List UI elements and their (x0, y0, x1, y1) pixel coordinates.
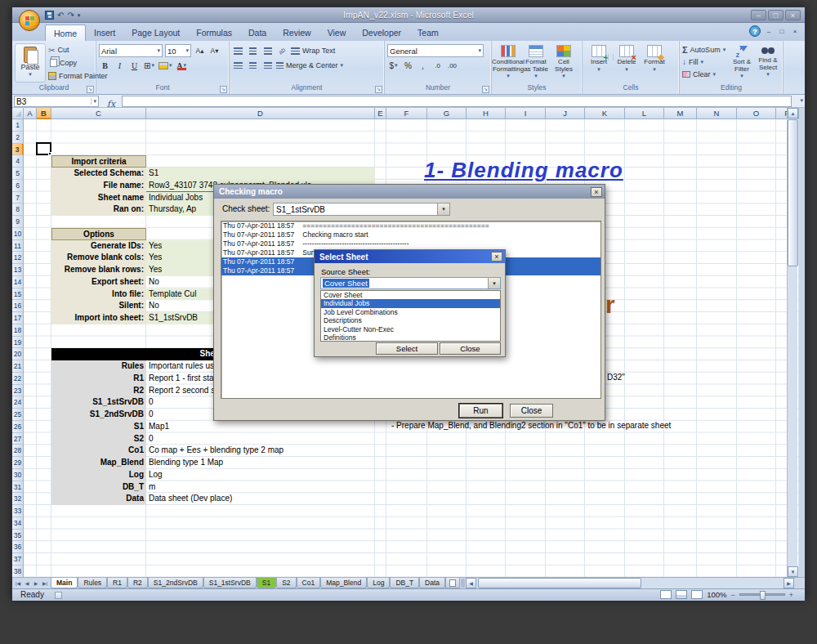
paste-button[interactable]: Paste ▾ (15, 43, 46, 83)
increase-decimal-button[interactable]: .0 (431, 60, 444, 72)
select-button[interactable]: Select (376, 342, 438, 355)
find-select-button[interactable]: Find & Select ▾ (755, 43, 781, 81)
sheet-option-cover-sheet[interactable]: Cover Sheet (321, 291, 500, 299)
tab-split-handle[interactable] (461, 579, 465, 588)
insert-cells-button[interactable]: + Insert ▾ (585, 43, 613, 81)
row-header-35[interactable]: 35 (12, 530, 24, 542)
previous-sheet-icon[interactable]: ◀ (23, 580, 31, 586)
insert-worksheet-tab[interactable] (445, 578, 460, 588)
column-header-I[interactable]: I (506, 108, 546, 119)
close-icon[interactable]: × (591, 187, 602, 197)
normal-view-icon[interactable] (660, 590, 672, 599)
workbook-restore-icon[interactable]: □ (777, 28, 787, 35)
section-cell-options[interactable]: Options (51, 228, 146, 240)
row-header-2[interactable]: 2 (12, 132, 24, 144)
log-line[interactable]: Thu 07-Apr-2011 18:57-------------------… (221, 239, 600, 248)
number-format-select[interactable]: General ▾ (387, 44, 484, 57)
bold-button[interactable]: B (99, 60, 111, 72)
number-dialog-launcher-icon[interactable]: ↘ (482, 86, 489, 93)
row-header-27[interactable]: 27 (12, 433, 24, 445)
row-header-29[interactable]: 29 (12, 457, 24, 469)
sort-filter-button[interactable]: AZ Sort & Filter ▾ (729, 43, 755, 81)
conditional-formatting-button[interactable]: Conditional Formatting ▾ (494, 43, 522, 81)
row-header-7[interactable]: 7 (12, 192, 24, 204)
row-header-15[interactable]: 15 (12, 288, 24, 301)
select-all-corner[interactable] (12, 108, 24, 119)
cell-styles-button[interactable]: Cell Styles ▾ (550, 43, 578, 81)
row-header-5[interactable]: 5 (12, 168, 24, 180)
sheet-tab-s1-2ndsrvdb[interactable]: S1_2ndSrvDB (148, 578, 203, 588)
label-cell-db-t[interactable]: DB_T (51, 481, 146, 494)
close-button[interactable]: × (785, 10, 801, 20)
row-header-32[interactable]: 32 (12, 493, 24, 505)
log-line[interactable]: Thu 07-Apr-2011 18:57Checking macro star… (221, 230, 600, 239)
page-break-view-icon[interactable] (691, 590, 703, 599)
source-sheet-select[interactable]: Cover Sheet ▾ (320, 277, 501, 289)
workbook-minimize-icon[interactable]: – (764, 28, 774, 35)
sheet-option-job-level-combinations[interactable]: Job Level Combinations (321, 308, 500, 316)
name-box[interactable]: B3 ▾ (14, 96, 99, 107)
value-cell-row-28[interactable]: Co map + Ees + blending type 2 map (146, 445, 375, 457)
zoom-slider-thumb[interactable] (760, 591, 766, 600)
ribbon-tab-data[interactable]: Data (240, 25, 275, 41)
align-center-button[interactable] (247, 60, 259, 72)
chevron-down-icon[interactable]: ▾ (437, 203, 449, 215)
row-header-13[interactable]: 13 (12, 264, 24, 276)
label-cell-generate-ids-[interactable]: Generate IDs: (51, 240, 146, 253)
sheet-option-descriptions[interactable]: Descriptions (321, 316, 500, 324)
last-sheet-icon[interactable]: ▶| (41, 580, 49, 586)
label-cell-silent-[interactable]: Silent: (51, 300, 146, 312)
sheet-tab-co1[interactable]: Co1 (297, 578, 321, 588)
sheet-option-individual-jobs[interactable]: Individual Jobs (321, 299, 500, 307)
value-cell-row-30[interactable]: Log (146, 469, 375, 481)
orientation-button[interactable]: ab (276, 45, 288, 57)
row-header-8[interactable]: 8 (12, 203, 24, 216)
chevron-down-icon[interactable]: ▾ (488, 278, 500, 288)
ribbon-tab-insert[interactable]: Insert (86, 25, 123, 41)
dialog-title-bar[interactable]: Checking macro × (214, 185, 605, 199)
wrap-text-button[interactable]: Wrap Text (291, 44, 335, 57)
sheet-tab-map-blend[interactable]: Map_Blend (320, 578, 367, 588)
label-cell-selected-schema-[interactable]: Selected Schema: (51, 168, 146, 180)
scroll-up-icon[interactable]: ▲ (788, 108, 798, 119)
row-header-16[interactable]: 16 (12, 300, 24, 312)
row-header-30[interactable]: 30 (12, 469, 24, 481)
label-cell-co1[interactable]: Co1 (51, 445, 146, 457)
borders-button[interactable]: ⊞▾ (143, 60, 155, 72)
label-cell-s2[interactable]: S2 (51, 433, 146, 445)
italic-button[interactable]: I (114, 60, 126, 72)
percent-style-button[interactable]: % (402, 60, 414, 72)
label-cell-s1-1stsrvdb[interactable]: S1_1stSrvDB (51, 396, 146, 409)
insert-function-button[interactable]: fx (102, 96, 120, 107)
column-header-M[interactable]: M (664, 108, 697, 119)
column-header-J[interactable]: J (546, 108, 585, 119)
scroll-down-icon[interactable]: ▼ (788, 566, 798, 577)
dialog-title-bar[interactable]: Select Sheet × (315, 250, 505, 263)
row-header-25[interactable]: 25 (12, 409, 24, 421)
sheet-tab-main[interactable]: Main (51, 578, 78, 588)
workbook-close-icon[interactable]: × (790, 28, 800, 35)
label-cell-s1[interactable]: S1 (51, 421, 146, 433)
horizontal-scrollbar[interactable]: ◀ ▶ (466, 578, 794, 588)
name-box-dropdown-icon[interactable]: ▾ (91, 98, 96, 105)
sheet-options-list[interactable]: Cover SheetIndividual JobsJob Level Comb… (320, 290, 501, 342)
row-header-31[interactable]: 31 (12, 481, 24, 494)
column-header-D[interactable]: D (146, 108, 375, 119)
format-cells-button[interactable]: ◆ Format ▾ (641, 43, 668, 81)
row-header-23[interactable]: 23 (12, 385, 24, 397)
row-header-3[interactable]: 3 (12, 144, 24, 156)
row-header-37[interactable]: 37 (12, 553, 24, 566)
column-header-A[interactable]: A (24, 108, 37, 119)
font-name-select[interactable]: Arial ▾ (99, 44, 163, 57)
value-cell-row-32[interactable]: Data sheet (Dev place) (146, 493, 375, 505)
help-icon[interactable]: ? (749, 25, 761, 37)
office-button[interactable] (19, 10, 40, 31)
zoom-level[interactable]: 100% (707, 590, 726, 599)
label-cell-s1-2ndsrvdb[interactable]: S1_2ndSrvDB (51, 409, 146, 421)
label-cell-file-name-[interactable]: File name: (51, 180, 146, 192)
column-header-N[interactable]: N (697, 108, 737, 119)
column-header-G[interactable]: G (427, 108, 467, 119)
value-cell-row-5[interactable]: S1 (146, 168, 375, 180)
row-header-17[interactable]: 17 (12, 312, 24, 324)
label-cell-r1[interactable]: R1 (51, 373, 146, 385)
